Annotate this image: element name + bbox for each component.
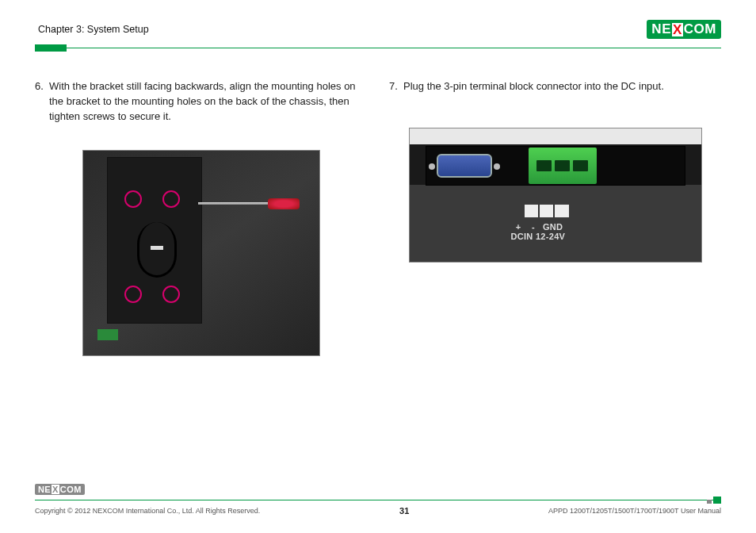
logo-part-right: COM (684, 21, 716, 37)
step-6-number: 6. (35, 79, 49, 125)
footer-row: Copyright © 2012 NEXCOM International Co… (35, 506, 721, 516)
content-columns: 6. With the bracket still facing backwar… (35, 79, 721, 356)
manual-title: APPD 1200T/1205T/1500T/1700T/1900T User … (548, 507, 721, 515)
footer-logo-x: X (52, 485, 59, 494)
header-divider (35, 44, 721, 52)
page-footer: NE X COM Copyright © 2012 NEXCOM Interna… (35, 484, 721, 516)
left-column: 6. With the bracket still facing backwar… (35, 79, 367, 356)
footer-logo-right: COM (60, 485, 82, 494)
dc-input-label: + - GND DCIN 12-24V (511, 222, 566, 241)
small-terminal-block (97, 329, 118, 340)
screw-highlight-2 (162, 190, 180, 208)
step-7-number: 7. (389, 79, 403, 94)
cable-loop (137, 222, 177, 278)
nexcom-logo: NE X COM (647, 20, 721, 39)
screw-highlight-4 (162, 286, 180, 303)
footer-nexcom-logo: NE X COM (35, 484, 85, 495)
photo-dc-input: + - GND DCIN 12-24V (409, 128, 702, 263)
screw-highlight-1 (124, 190, 142, 208)
footer-logo-left: NE (38, 485, 51, 494)
step-6-text: With the bracket still facing backwards,… (49, 79, 367, 125)
step-6: 6. With the bracket still facing backwar… (35, 79, 367, 125)
manual-page: Chapter 3: System Setup NE X COM 6. With… (35, 17, 721, 516)
figure-step-7: + - GND DCIN 12-24V (389, 120, 721, 263)
right-column: 7. Plug the 3-pin terminal block connect… (389, 79, 721, 356)
copyright-text: Copyright © 2012 NEXCOM International Co… (35, 507, 260, 515)
logo-part-left: NE (651, 21, 671, 37)
footer-divider (35, 497, 721, 504)
step-7: 7. Plug the 3-pin terminal block connect… (389, 79, 721, 94)
cable-tie (151, 246, 163, 250)
chapter-title: Chapter 3: System Setup (38, 24, 149, 35)
screwdriver-icon (198, 198, 309, 209)
connector-label-strip (525, 205, 569, 217)
logo-part-x: X (672, 23, 683, 36)
screw-highlight-3 (124, 286, 142, 303)
vga-port-icon (437, 154, 492, 178)
figure-step-6 (35, 150, 367, 356)
step-7-text: Plug the 3-pin terminal block connector … (403, 79, 721, 94)
page-number: 31 (399, 506, 409, 516)
photo-bracket-mounting (82, 150, 320, 356)
page-header: Chapter 3: System Setup NE X COM (35, 17, 721, 41)
terminal-block-connector (529, 148, 597, 184)
